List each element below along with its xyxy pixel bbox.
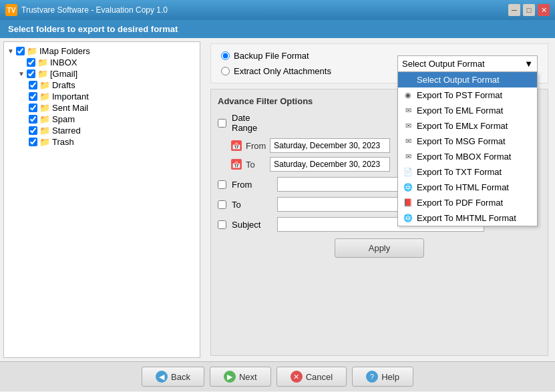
tree-item-trash[interactable]: 📁 Trash bbox=[29, 136, 196, 148]
bottom-bar: ◀ Back ▶ Next ✕ Cancel ? Help bbox=[0, 361, 555, 391]
item-5-label: Export To MBOX Format bbox=[417, 152, 511, 162]
back-icon: ◀ bbox=[156, 371, 168, 383]
starred-checkbox[interactable] bbox=[29, 126, 37, 135]
dropdown-item-8[interactable]: 📕 Export To PDF Format bbox=[398, 195, 537, 210]
extract-attachments-option[interactable]: Extract Only Attachments bbox=[221, 66, 331, 76]
item-3-label: Export To EMLx Format bbox=[417, 121, 508, 131]
backup-format-label: Backup File Format bbox=[234, 51, 309, 61]
gmail-label: [Gmail] bbox=[50, 69, 77, 79]
format-select-value: Select Output Format bbox=[402, 59, 524, 69]
tree-level1: 📁 INBOX ▼ 📁 [Gmail] 📁 Drafts 📁 bbox=[7, 57, 196, 148]
tree-item-inbox[interactable]: 📁 INBOX bbox=[18, 57, 196, 68]
next-button[interactable]: ▶ Next bbox=[210, 367, 271, 387]
dropdown-item-6[interactable]: 📄 Export To TXT Format bbox=[398, 164, 537, 180]
tree-root[interactable]: ▼ 📁 IMap Folders bbox=[7, 45, 196, 57]
tree-item-starred[interactable]: 📁 Starred bbox=[29, 125, 196, 136]
format-dropdown-wrapper: Select Output Format ▼ Select Output For… bbox=[397, 55, 538, 72]
item-2-icon: ✉ bbox=[403, 106, 413, 115]
radio-group: Backup File Format Extract Only Attachme… bbox=[221, 51, 331, 76]
spam-checkbox[interactable] bbox=[29, 115, 37, 124]
spam-folder-icon: 📁 bbox=[39, 114, 50, 124]
subject-field-label: Subject bbox=[232, 220, 272, 230]
item-0-label: Select Output Format bbox=[417, 75, 500, 85]
to-checkbox[interactable] bbox=[218, 200, 226, 209]
drafts-label: Drafts bbox=[52, 80, 75, 90]
cancel-icon: ✕ bbox=[291, 371, 303, 383]
sentmail-label: Sent Mail bbox=[52, 103, 88, 113]
item-7-icon: 🌐 bbox=[403, 183, 413, 192]
backup-format-option[interactable]: Backup File Format bbox=[221, 51, 331, 61]
help-icon: ? bbox=[366, 371, 378, 383]
important-folder-icon: 📁 bbox=[39, 91, 50, 102]
item-7-label: Export To HTML Format bbox=[417, 182, 509, 192]
dropdown-item-1[interactable]: ◉ Export To PST Format bbox=[398, 87, 537, 103]
dropdown-item-0[interactable]: Select Output Format bbox=[398, 72, 537, 87]
to-calendar-icon: 📅 bbox=[231, 159, 242, 170]
starred-folder-icon: 📁 bbox=[39, 126, 50, 136]
close-button[interactable]: ✕ bbox=[538, 4, 550, 16]
format-options: Backup File Format Extract Only Attachme… bbox=[210, 43, 548, 83]
item-4-icon: ✉ bbox=[403, 137, 413, 146]
dropdown-item-9[interactable]: 🌐 Export To MHTML Format bbox=[398, 210, 537, 226]
dropdown-item-3[interactable]: ✉ Export To EMLx Format bbox=[398, 118, 537, 134]
help-label: Help bbox=[381, 372, 399, 382]
trash-checkbox[interactable] bbox=[29, 138, 37, 146]
expand-icon: ▼ bbox=[7, 47, 14, 55]
format-select-trigger[interactable]: Select Output Format ▼ bbox=[397, 55, 538, 72]
apply-button[interactable]: Apply bbox=[335, 238, 425, 258]
tree-item-drafts[interactable]: 📁 Drafts bbox=[29, 79, 196, 91]
inbox-folder-icon: 📁 bbox=[37, 57, 48, 67]
help-button[interactable]: ? Help bbox=[352, 367, 413, 387]
next-label: Next bbox=[239, 372, 257, 382]
inbox-label: INBOX bbox=[50, 57, 77, 67]
tree-item-sentmail[interactable]: 📁 Sent Mail bbox=[29, 102, 196, 114]
spam-label: Spam bbox=[52, 114, 75, 124]
folder-tree-panel: ▼ 📁 IMap Folders 📁 INBOX ▼ 📁 [Gmail] bbox=[3, 41, 200, 358]
date-range-label: Date Range bbox=[232, 113, 272, 133]
tree-item-important[interactable]: 📁 Important bbox=[29, 91, 196, 102]
main-content: ▼ 📁 IMap Folders 📁 INBOX ▼ 📁 [Gmail] bbox=[0, 38, 555, 361]
dropdown-item-7[interactable]: 🌐 Export To HTML Format bbox=[398, 180, 537, 195]
from-checkbox[interactable] bbox=[218, 180, 226, 189]
important-checkbox[interactable] bbox=[29, 92, 37, 101]
extract-attachments-radio[interactable] bbox=[221, 67, 230, 75]
dropdown-item-4[interactable]: ✉ Export To MSG Format bbox=[398, 134, 537, 149]
dropdown-item-2[interactable]: ✉ Export To EML Format bbox=[398, 103, 537, 118]
gmail-folder-icon: 📁 bbox=[37, 69, 48, 79]
drafts-checkbox[interactable] bbox=[29, 81, 37, 89]
from-date-input[interactable] bbox=[270, 138, 390, 153]
trash-folder-icon: 📁 bbox=[39, 137, 50, 147]
important-label: Important bbox=[52, 91, 89, 102]
subject-checkbox[interactable] bbox=[218, 220, 226, 229]
sentmail-checkbox[interactable] bbox=[29, 104, 37, 112]
inbox-checkbox[interactable] bbox=[27, 58, 35, 67]
cancel-button[interactable]: ✕ Cancel bbox=[276, 367, 347, 387]
folder-icon: 📁 bbox=[27, 46, 37, 56]
backup-format-radio[interactable] bbox=[221, 51, 230, 60]
back-label: Back bbox=[171, 372, 190, 382]
gmail-checkbox[interactable] bbox=[27, 69, 35, 78]
sentmail-folder-icon: 📁 bbox=[39, 103, 50, 113]
to-date-input[interactable] bbox=[270, 157, 390, 172]
tree-item-gmail[interactable]: ▼ 📁 [Gmail] bbox=[18, 68, 196, 79]
from-calendar-icon: 📅 bbox=[231, 140, 242, 151]
dropdown-item-5[interactable]: ✉ Export To MBOX Format bbox=[398, 149, 537, 164]
starred-label: Starred bbox=[52, 126, 81, 136]
minimize-button[interactable]: ─ bbox=[508, 4, 520, 16]
gmail-children: 📁 Drafts 📁 Important 📁 Sent Mail 📁 Spam bbox=[18, 79, 196, 148]
from-date-label: From bbox=[246, 141, 266, 151]
header-bar: Select folders to export to desired form… bbox=[0, 20, 555, 38]
to-field-label: To bbox=[232, 200, 272, 210]
root-checkbox[interactable] bbox=[16, 47, 25, 55]
maximize-button[interactable]: □ bbox=[523, 4, 535, 16]
extract-attachments-label: Extract Only Attachments bbox=[234, 66, 331, 76]
tree-item-spam[interactable]: 📁 Spam bbox=[29, 114, 196, 125]
item-8-label: Export To PDF Format bbox=[417, 198, 503, 208]
cancel-label: Cancel bbox=[306, 372, 333, 382]
date-range-checkbox[interactable] bbox=[218, 119, 226, 128]
trash-label: Trash bbox=[52, 137, 74, 147]
titlebar-left: TV Trustvare Software - Evaluation Copy … bbox=[5, 4, 168, 16]
item-9-label: Export To MHTML Format bbox=[417, 213, 516, 223]
back-button[interactable]: ◀ Back bbox=[142, 367, 204, 387]
item-2-label: Export To EML Format bbox=[417, 106, 503, 116]
